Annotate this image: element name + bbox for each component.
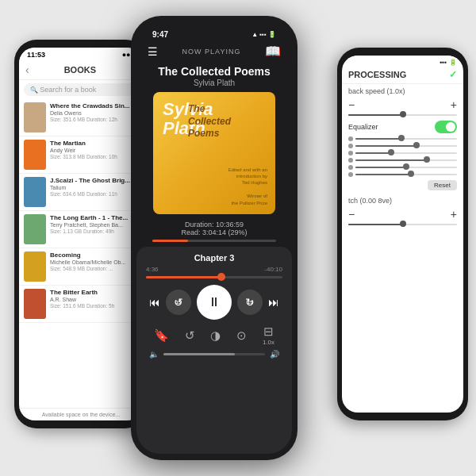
chapter-current-time: 4:36 <box>146 266 159 273</box>
eq-toggle[interactable] <box>435 121 457 133</box>
book-progress-bar[interactable] <box>152 240 276 242</box>
speed-plus-minus: − + <box>342 97 463 113</box>
center-phone: 9:47 ▲ ▪▪▪ 🔋 ☰ NOW PLAYING 📖 The Collect… <box>131 16 298 460</box>
eq-section-label: Equalizer <box>348 123 378 131</box>
eq-toggle-row: Equalizer <box>342 117 463 135</box>
speed-minus-button[interactable]: − <box>348 98 355 111</box>
volume-fill <box>163 353 235 355</box>
eq-dot <box>348 136 353 141</box>
eq-bar[interactable] <box>355 159 457 161</box>
right-header: PROCESSING ✓ <box>342 67 463 84</box>
book-cover <box>24 289 46 319</box>
hamburger-icon[interactable]: ☰ <box>148 45 158 58</box>
skip-back-button[interactable]: ↺ 15 <box>166 290 191 315</box>
list-item[interactable]: The Bitter Earth A.R. Shaw Size: 151.6 M… <box>19 286 143 323</box>
eq-band-row <box>348 151 457 155</box>
eq-bar[interactable] <box>355 174 457 175</box>
book-info: The Long Earth - 1 - The... Terry Pratch… <box>50 214 138 234</box>
book-author: Delia Owens <box>50 110 138 116</box>
airplay-button[interactable]: ⊙ <box>236 328 247 343</box>
book-author: A.R. Shaw <box>50 297 138 302</box>
left-screen: 11:53 ●●● ‹ BOOKS ≡ 🔍 Search for a book … <box>19 48 143 420</box>
eq-bar[interactable] <box>355 145 457 147</box>
book-title: The Bitter Earth <box>50 289 138 297</box>
scene: 11:53 ●●● ‹ BOOKS ≡ 🔍 Search for a book … <box>0 0 476 476</box>
book-title: The Long Earth - 1 - The... <box>50 214 138 222</box>
eq-band-row <box>348 165 457 170</box>
book-list: Where the Crawdads Sin... Delia Owens Si… <box>19 99 143 408</box>
read-label: Read: 3:04:14 (29%) <box>181 228 247 236</box>
action-buttons: 🔖 ↺ ◑ ⊙ ⊟ 1.0x <box>146 324 282 347</box>
center-time: 9:47 <box>152 30 168 39</box>
sleep-button[interactable]: ◑ <box>210 328 221 343</box>
book-progress-fill <box>152 240 188 242</box>
search-placeholder: Search for a book <box>40 86 96 94</box>
book-cover <box>24 177 46 207</box>
speed-slider[interactable] <box>348 114 457 116</box>
loop-button[interactable]: ↺ <box>185 328 195 343</box>
album-art-inner: SylviaPlath TheCollectedPoems Edited and… <box>153 92 275 214</box>
book-meta: Size: 634.6 MB Duration: 11h <box>50 191 138 197</box>
pitch-minus-button[interactable]: − <box>348 208 355 221</box>
book-info: The Martian Andy Weir Size: 313.8 MB Dur… <box>50 140 138 159</box>
pitch-slider-row <box>342 222 463 227</box>
book-cover <box>24 140 46 170</box>
book-title: Where the Crawdads Sin... <box>50 102 138 110</box>
list-item[interactable]: The Long Earth - 1 - The... Terry Pratch… <box>19 211 143 248</box>
pitch-slider-thumb <box>400 221 406 227</box>
speed-slider-fill <box>348 114 403 116</box>
book-meta: Size: 1.13 GB Duration: 49h <box>50 228 138 234</box>
right-battery-icon: 🔋 <box>449 59 457 66</box>
volume-slider[interactable] <box>163 353 265 355</box>
eq-dot <box>348 144 353 148</box>
left-footer: Available space on the device... <box>19 408 143 420</box>
check-icon[interactable]: ✓ <box>449 69 457 80</box>
list-item[interactable]: Becoming Michelle Obama/Michelle Ob... S… <box>19 248 143 286</box>
bookmark-button[interactable]: 🔖 <box>154 328 169 343</box>
pitch-slider[interactable] <box>348 224 457 225</box>
reset-button[interactable]: Reset <box>428 180 457 190</box>
album-small-text: Edited and with anintroduction byTed Hug… <box>228 167 267 206</box>
book-author: Talium <box>50 185 138 190</box>
eq-grid <box>342 135 463 178</box>
skip-fwd-button[interactable]: ↻ 15 <box>237 290 263 315</box>
right-phone: ▪▪▪ 🔋 PROCESSING ✓ back speed (1.0x) − +… <box>337 48 468 420</box>
book-stats: Duration: 10:36:59 Read: 3:04:14 (29%) <box>136 219 292 240</box>
list-item[interactable]: J.Scalzi - The Ghost Brig... Talium Size… <box>19 174 143 211</box>
album-title-text: TheCollectedPoems <box>188 103 231 140</box>
library-icon[interactable]: 📖 <box>265 44 281 59</box>
eq-dot <box>348 158 353 163</box>
eq-icon: ⊟ <box>263 324 274 339</box>
book-info: Where the Crawdads Sin... Delia Owens Si… <box>50 102 138 122</box>
volume-low-icon: 🔈 <box>149 350 159 359</box>
chapter-progress-bar[interactable] <box>146 276 282 278</box>
book-title: The Martian <box>50 140 138 148</box>
eq-bar[interactable] <box>355 152 457 154</box>
back-icon[interactable]: ‹ <box>25 63 29 76</box>
left-search[interactable]: 🔍 Search for a book <box>24 83 138 96</box>
eq-dot <box>348 172 353 177</box>
pitch-plus-button[interactable]: + <box>451 208 457 221</box>
eq-speed-button[interactable]: ⊟ 1.0x <box>263 324 274 347</box>
right-statusbar: ▪▪▪ 🔋 <box>342 56 463 67</box>
playback-controls: ⏮ ↺ 15 ⏸ ↻ 15 ⏭ <box>146 285 282 320</box>
center-screen: 9:47 ▲ ▪▪▪ 🔋 ☰ NOW PLAYING 📖 The Collect… <box>136 22 292 454</box>
rewind-button[interactable]: ⏮ <box>149 296 160 309</box>
eq-band-row <box>348 172 457 177</box>
fast-fwd-button[interactable]: ⏭ <box>268 296 279 309</box>
books-title: BOOKS <box>64 65 96 75</box>
pitch-section-label: tch (0.00 8ve) <box>342 194 463 206</box>
eq-bar[interactable] <box>355 167 457 168</box>
toggle-knob <box>446 122 455 132</box>
list-item[interactable]: Where the Crawdads Sin... Delia Owens Si… <box>19 99 143 136</box>
book-title: Becoming <box>50 251 138 259</box>
now-playing-label: NOW PLAYING <box>158 48 265 56</box>
book-title: J.Scalzi - The Ghost Brig... <box>50 177 138 185</box>
play-pause-button[interactable]: ⏸ <box>197 285 232 320</box>
list-item[interactable]: The Martian Andy Weir Size: 313.8 MB Dur… <box>19 136 143 174</box>
eq-bar[interactable] <box>355 138 457 140</box>
speed-label: 1.0x <box>263 339 274 347</box>
eq-band-row <box>348 144 457 148</box>
speed-plus-button[interactable]: + <box>451 98 457 111</box>
chapter-progress-thumb <box>217 273 225 281</box>
